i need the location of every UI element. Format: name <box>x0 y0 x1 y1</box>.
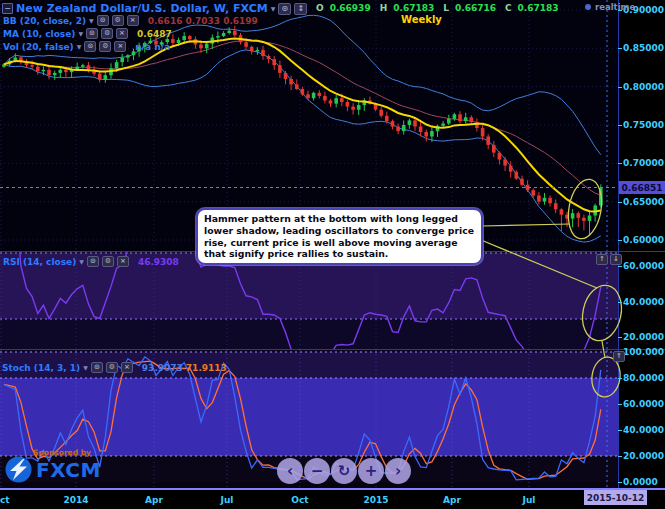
rsi-visibility-icon[interactable]: ⊙ <box>87 256 99 267</box>
zoom-out-button[interactable]: − <box>304 458 330 484</box>
current-price-tag: 0.66851 <box>619 181 665 194</box>
ma-close-icon[interactable]: × <box>116 28 128 39</box>
axis-separator <box>618 0 619 488</box>
collapse-chart-icon[interactable]: − <box>2 3 13 14</box>
realtime-label: realtime <box>595 2 635 12</box>
rsi-value: 46.9308 <box>138 257 179 267</box>
zoom-in-button[interactable]: + <box>358 458 384 484</box>
stoch-k-value: 93.9073 <box>142 363 183 373</box>
high-value: 0.67183 <box>393 3 434 13</box>
symbol-title[interactable]: New Zealand Dollar/U.S. Dollar, W, FXCM <box>16 2 268 15</box>
panel-separator[interactable] <box>0 349 665 350</box>
rsi-axis-label: 20.0000 <box>623 332 664 342</box>
time-axis-label: Jul <box>221 495 234 505</box>
rsi-axis-label: 60.0000 <box>623 261 664 271</box>
time-axis-label: Oct <box>0 495 10 505</box>
price-axis-label: 0.75000 <box>623 120 664 130</box>
realtime-dot-icon <box>585 4 591 10</box>
vol-settings-icon[interactable]: ⚙ <box>99 41 111 52</box>
stoch-axis-label: 0.0000 <box>623 477 658 487</box>
stoch-d-value: 71.9113 <box>186 363 227 373</box>
stoch-axis-label: 20.0000 <box>623 451 664 461</box>
price-axis-label: 0.65000 <box>623 197 664 207</box>
chartstation-window: − New Zealand Dollar/U.S. Dollar, W, FXC… <box>0 0 665 509</box>
time-axis-label: Oct <box>291 495 308 505</box>
chevron-down-icon[interactable]: ▼ <box>271 5 276 12</box>
annotation-callout[interactable]: Hammer pattern at the bottom with long l… <box>196 208 483 265</box>
bb-mid-value: 0.6616 <box>148 16 183 26</box>
close-value: 0.67183 <box>518 3 559 13</box>
rsi-close-icon[interactable]: × <box>117 256 129 267</box>
rsi-indicator-label[interactable]: RSI (14, close) <box>3 257 76 267</box>
rsi-panel-down-icon[interactable]: ↓ <box>610 254 622 265</box>
time-axis-border <box>0 488 665 490</box>
high-label: H <box>380 3 388 13</box>
chevron-down-icon[interactable]: ▼ <box>89 17 94 24</box>
time-axis-label: 2015 <box>363 495 388 505</box>
vol-indicator-label[interactable]: Vol (20, false) <box>3 42 74 52</box>
close-label: C <box>505 3 512 13</box>
ma-indicator-label[interactable]: MA (10, close) <box>3 29 75 39</box>
current-date-tag: 2015-10-12 <box>584 490 647 505</box>
stoch-axis-label: 100.000 <box>623 347 664 357</box>
bb-upper-value: 0.7033 <box>185 16 220 26</box>
bb-visibility-icon[interactable]: ⊙ <box>97 15 109 26</box>
stoch-panel-up-icon[interactable]: ↑ <box>613 351 625 362</box>
bb-settings-icon[interactable]: ⚙ <box>112 15 124 26</box>
vol-values: n/a n/a <box>135 42 170 52</box>
open-label: O <box>316 3 324 13</box>
pan-left-button[interactable]: ‹ <box>277 458 303 484</box>
annotation-text: Hammer pattern at the bottom with long l… <box>204 213 474 259</box>
price-axis-label: 0.60000 <box>623 235 664 245</box>
vol-close-icon[interactable]: × <box>114 41 126 52</box>
bb-close-icon[interactable]: × <box>127 15 139 26</box>
rsi-panel-up-icon[interactable]: ↑ <box>596 254 608 265</box>
fxcm-logo[interactable]: FXCM <box>5 456 101 483</box>
period-label: Weekly <box>401 14 442 25</box>
chevron-down-icon[interactable]: ▼ <box>83 364 88 371</box>
visibility-icon[interactable]: ⊙ <box>278 3 291 15</box>
bb-lower-value: 0.6199 <box>223 16 258 26</box>
chevron-down-icon[interactable]: ▼ <box>78 30 83 37</box>
time-axis-label: Jul <box>523 495 536 505</box>
stoch-settings-icon[interactable]: ⚙ <box>106 362 118 373</box>
time-axis-label: Apr <box>145 495 163 505</box>
ma-settings-icon[interactable]: ⚙ <box>101 28 113 39</box>
chart-nav-controls: ‹−↻+› <box>277 458 411 484</box>
stoch-visibility-icon[interactable]: ⊙ <box>91 362 103 373</box>
rsi-settings-icon[interactable]: ⚙ <box>102 256 114 267</box>
pan-right-button[interactable]: › <box>385 458 411 484</box>
time-axis-label: 2014 <box>63 495 88 505</box>
reorder-icon[interactable]: ↕ <box>294 3 307 15</box>
stoch-axis-label: 60.0000 <box>623 399 664 409</box>
refresh-button[interactable]: ↻ <box>331 458 357 484</box>
open-value: 0.66939 <box>330 3 371 13</box>
ma-value: 0.6487 <box>137 29 172 39</box>
chevron-down-icon[interactable]: ▼ <box>79 258 84 265</box>
low-value: 0.66716 <box>455 3 496 13</box>
realtime-status: realtime <box>585 2 635 12</box>
stoch-indicator-label[interactable]: Stoch (14, 3, 1) <box>2 363 80 373</box>
rsi-axis-label: 40.0000 <box>623 297 664 307</box>
fxcm-brand-text: FXCM <box>36 458 101 482</box>
fxcm-bolt-icon <box>5 456 32 483</box>
low-label: L <box>443 3 449 13</box>
time-axis[interactable] <box>0 490 665 509</box>
stoch-close-icon[interactable]: × <box>121 362 133 373</box>
price-axis-label: 0.80000 <box>623 82 664 92</box>
price-axis-label: 0.85000 <box>623 43 664 53</box>
stoch-axis-label: 80.0000 <box>623 373 664 383</box>
price-axis-label: 0.70000 <box>623 158 664 168</box>
chevron-down-icon[interactable]: ▼ <box>77 43 82 50</box>
ma-visibility-icon[interactable]: ⊙ <box>86 28 98 39</box>
bb-indicator-label[interactable]: BB (20, close, 2) <box>3 16 86 26</box>
ohlc-readout: O 0.66939 H 0.67183 L 0.66716 C 0.67183 <box>316 3 559 13</box>
stoch-axis-label: 40.0000 <box>623 425 664 435</box>
time-axis-label: Apr <box>443 495 461 505</box>
vol-visibility-icon[interactable]: ⊙ <box>84 41 96 52</box>
